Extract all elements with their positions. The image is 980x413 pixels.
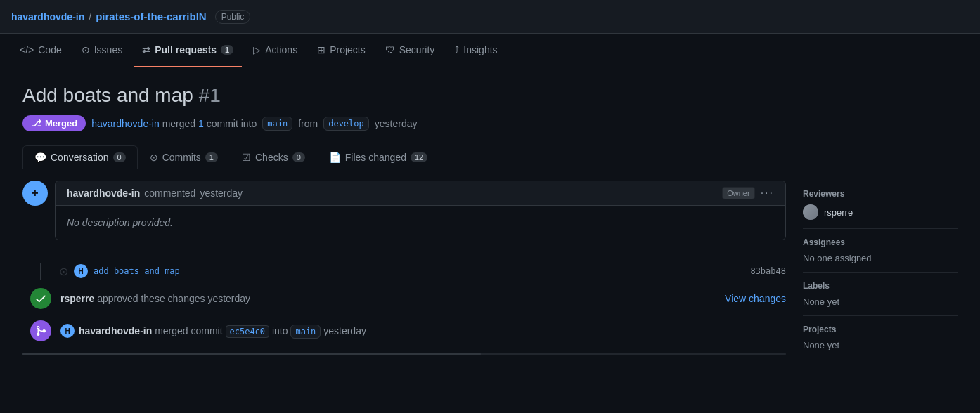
nav-label-security: Security (399, 44, 435, 55)
scroll-indicator (22, 353, 786, 355)
approved-avatar-container (28, 288, 53, 309)
comment-author-name[interactable]: havardhovde-in (67, 188, 140, 199)
conversation-icon: 💬 (34, 152, 46, 163)
merged-icon (30, 320, 51, 341)
pull-requests-badge: 1 (221, 45, 233, 55)
nav-label-actions: Actions (265, 44, 297, 55)
sidebar-labels-label: Labels (803, 281, 958, 291)
commits-icon: ⊙ (150, 152, 158, 163)
sidebar-projects-value: None yet (803, 340, 958, 350)
pr-number: #1 (199, 84, 221, 106)
files-changed-icon: 📄 (329, 152, 341, 163)
commit-timeline-item: ⊙ H add boats and map 83bab48 (22, 263, 786, 280)
comment-card: havardhovde-in commented yesterday Owner… (55, 181, 786, 240)
reviewer-avatar (803, 204, 818, 220)
visibility-badge: Public (215, 10, 251, 24)
sidebar-labels-value: None yet (803, 296, 958, 307)
approved-user[interactable]: rsperre (60, 293, 94, 304)
base-branch-tag[interactable]: main (262, 117, 292, 131)
tab-files-changed-label: Files changed (345, 152, 406, 163)
approved-avatar (30, 288, 51, 309)
pr-conversation-main: + havardhovde-in commented yesterday Own… (22, 181, 786, 359)
nav-label-issues: Issues (94, 44, 122, 55)
approved-text: rsperre approved these changes yesterday (60, 293, 250, 304)
checks-icon: ☑ (242, 152, 251, 163)
repo-name[interactable]: pirates-of-the-carribIN (96, 11, 207, 22)
code-icon: </> (20, 44, 34, 55)
commit-message[interactable]: add boats and map (94, 266, 180, 276)
approved-time: yesterday (207, 293, 250, 304)
view-changes-link[interactable]: View changes (725, 293, 786, 304)
commit-author-avatar: H (74, 264, 88, 278)
merged-entry-content: H havardhovde-in merged commit ec5e4c0 i… (60, 324, 786, 338)
more-options-button[interactable]: ··· (761, 187, 774, 199)
security-icon: 🛡 (385, 44, 395, 55)
commit-connector (28, 263, 53, 280)
merged-avatar-container (28, 320, 53, 341)
merge-icon: ⎇ (31, 118, 41, 129)
head-branch-tag[interactable]: develop (323, 117, 369, 131)
tab-conversation[interactable]: 💬 Conversation 0 (22, 145, 138, 169)
actions-icon: ▷ (253, 44, 261, 55)
repo-slash: / (89, 11, 91, 22)
sidebar-reviewers-label: Reviewers (803, 189, 958, 199)
merged-commit-sha[interactable]: ec5e4c0 (226, 325, 270, 338)
sidebar-reviewers-section: Reviewers rsperre (803, 181, 958, 229)
reviewer-item: rsperre (803, 204, 958, 220)
approved-action: approved these changes (97, 293, 205, 304)
scroll-thumb (22, 353, 481, 355)
nav-label-insights: Insights (463, 44, 497, 55)
comment-body: No description provided. (56, 206, 785, 240)
tab-commits-label: Commits (162, 152, 201, 163)
commit-branch-icon: ⊙ (59, 265, 68, 278)
comment-header-left: havardhovde-in commented yesterday (67, 188, 243, 199)
pr-author-link[interactable]: havardhovde-in (91, 118, 160, 129)
tab-conversation-label: Conversation (51, 152, 109, 163)
reviewer-name[interactable]: rsperre (824, 207, 853, 218)
issues-icon: ⊙ (82, 44, 90, 55)
tab-commits[interactable]: ⊙ Commits 1 (138, 145, 230, 169)
comment-body-text: No description provided. (67, 217, 173, 228)
checks-badge: 0 (292, 152, 305, 162)
merged-badge: ⎇ Merged (22, 115, 86, 131)
sidebar-projects-section: Projects None yet (803, 316, 958, 359)
nav-item-projects[interactable]: ⊞ Projects (309, 34, 374, 67)
nav-item-security[interactable]: 🛡 Security (377, 34, 444, 67)
merged-user-link[interactable]: havardhovde-in (79, 325, 152, 336)
merged-branch-tag[interactable]: main (290, 324, 321, 339)
commit-sha[interactable]: 83bab48 (750, 266, 786, 276)
merged-label: Merged (45, 118, 77, 129)
comment-timeline-item: + havardhovde-in commented yesterday Own… (22, 181, 786, 251)
nav-item-insights[interactable]: ⤴ Insights (446, 34, 505, 67)
pr-tabs: 💬 Conversation 0 ⊙ Commits 1 ☑ Checks 0 … (22, 145, 958, 169)
commit-entry-row: ⊙ H add boats and map 83bab48 (59, 264, 786, 278)
pr-title: Add boats and map #1 (22, 84, 958, 107)
nav-item-actions[interactable]: ▷ Actions (245, 34, 306, 67)
sidebar-projects-label: Projects (803, 324, 958, 334)
sidebar-assignees-section: Assignees No one assigned (803, 229, 958, 273)
files-changed-badge: 12 (411, 152, 427, 162)
merged-timeline-item: H havardhovde-in merged commit ec5e4c0 i… (22, 320, 786, 341)
comment-time: yesterday (200, 188, 243, 199)
from-text: from (298, 118, 318, 129)
repo-owner[interactable]: havardhovde-in (11, 11, 84, 22)
projects-icon: ⊞ (317, 44, 325, 55)
insights-icon: ⤴ (454, 44, 459, 55)
repo-breadcrumb: havardhovde-in / pirates-of-the-carribIN… (11, 10, 250, 24)
nav-item-issues[interactable]: ⊙ Issues (73, 34, 131, 67)
pull-requests-icon: ⇄ (142, 44, 150, 55)
pr-time: yesterday (375, 118, 418, 129)
pr-layout: + havardhovde-in commented yesterday Own… (22, 181, 958, 359)
tab-files-changed[interactable]: 📄 Files changed 12 (317, 145, 439, 169)
owner-badge: Owner (722, 187, 754, 199)
sidebar-assignees-value: No one assigned (803, 253, 958, 263)
tab-checks-label: Checks (255, 152, 288, 163)
tab-checks[interactable]: ☑ Checks 0 (230, 145, 317, 169)
comment-action: commented (144, 188, 195, 199)
nav-item-code[interactable]: </> Code (11, 34, 70, 67)
commits-badge: 1 (205, 152, 218, 162)
nav-item-pull-requests[interactable]: ⇄ Pull requests 1 (134, 34, 242, 67)
pr-title-text: Add boats and map (22, 84, 193, 106)
nav-label-code: Code (38, 44, 61, 55)
sidebar-assignees-label: Assignees (803, 237, 958, 247)
